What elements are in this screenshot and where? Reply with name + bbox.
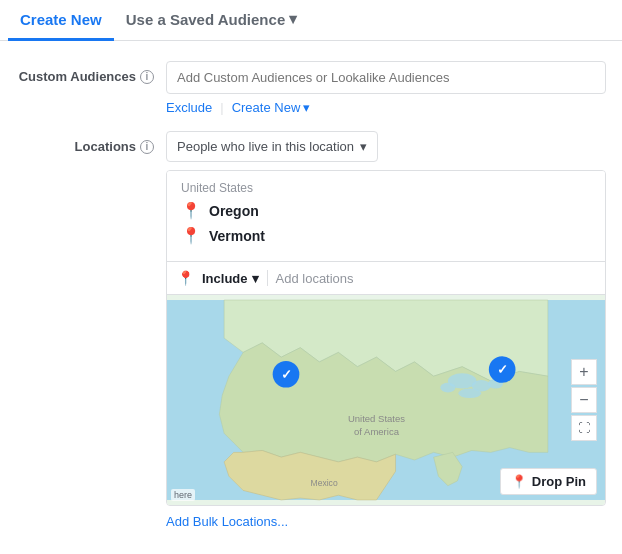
locations-info-icon[interactable]: i — [140, 140, 154, 154]
zoom-out-button[interactable]: − — [571, 387, 597, 413]
map-controls: + − ⛶ — [571, 359, 597, 441]
vermont-pin-icon: 📍 — [181, 226, 201, 245]
exclude-link[interactable]: Exclude — [166, 100, 212, 115]
svg-text:of America: of America — [354, 426, 400, 437]
custom-audiences-label: Custom Audiences i — [16, 61, 166, 84]
location-dropdown-chevron-icon: ▾ — [360, 139, 367, 154]
drop-pin-button[interactable]: 📍 Drop Pin — [500, 468, 597, 495]
zoom-in-button[interactable]: + — [571, 359, 597, 385]
create-new-chevron-icon: ▾ — [303, 100, 310, 115]
add-locations-placeholder[interactable]: Add locations — [276, 271, 354, 286]
location-item-oregon: 📍 Oregon — [181, 201, 591, 220]
create-new-dropdown-btn[interactable]: Create New ▾ — [232, 100, 311, 115]
audience-links: Exclude | Create New ▾ — [166, 100, 606, 115]
map-container[interactable]: United States of America Mexico ✓ ✓ — [167, 295, 605, 505]
tab-create-new[interactable]: Create New — [8, 1, 114, 41]
include-dropdown-btn[interactable]: Include ▾ — [202, 271, 259, 286]
location-country: United States — [181, 181, 591, 195]
oregon-label: Oregon — [209, 203, 259, 219]
add-bulk-locations-link[interactable]: Add Bulk Locations... — [166, 514, 288, 529]
main-content: Custom Audiences i Exclude | Create New … — [0, 41, 622, 554]
fullscreen-button[interactable]: ⛶ — [571, 415, 597, 441]
location-type-dropdown[interactable]: People who live in this location ▾ — [166, 131, 378, 162]
custom-audiences-input[interactable] — [166, 61, 606, 94]
oregon-pin-icon: 📍 — [181, 201, 201, 220]
include-separator — [267, 270, 268, 286]
svg-text:✓: ✓ — [281, 367, 292, 382]
svg-point-3 — [440, 383, 455, 393]
drop-pin-icon: 📍 — [511, 474, 527, 489]
location-list: United States 📍 Oregon 📍 Vermont — [167, 171, 605, 262]
tabs-header: Create New Use a Saved Audience ▾ — [0, 0, 622, 41]
custom-audiences-info-icon[interactable]: i — [140, 70, 154, 84]
svg-text:✓: ✓ — [497, 362, 508, 377]
tab-use-saved[interactable]: Use a Saved Audience ▾ — [114, 0, 310, 41]
include-bar: 📍 Include ▾ Add locations — [167, 262, 605, 295]
location-box: United States 📍 Oregon 📍 Vermont 📍 Inclu… — [166, 170, 606, 506]
svg-point-4 — [458, 389, 481, 399]
svg-text:United States: United States — [348, 413, 405, 424]
include-pin-icon: 📍 — [177, 270, 194, 286]
include-chevron-icon: ▾ — [252, 271, 259, 286]
locations-label: Locations i — [16, 131, 166, 154]
svg-text:Mexico: Mexico — [311, 478, 338, 488]
custom-audiences-control: Exclude | Create New ▾ — [166, 61, 606, 115]
link-separator: | — [220, 100, 223, 115]
vermont-label: Vermont — [209, 228, 265, 244]
map-watermark: here — [171, 489, 195, 501]
locations-row: Locations i People who live in this loca… — [16, 131, 606, 529]
chevron-down-icon: ▾ — [289, 10, 297, 28]
add-bulk-section: Add Bulk Locations... — [166, 514, 606, 529]
location-item-vermont: 📍 Vermont — [181, 226, 591, 245]
locations-control: People who live in this location ▾ Unite… — [166, 131, 606, 529]
custom-audiences-row: Custom Audiences i Exclude | Create New … — [16, 61, 606, 115]
